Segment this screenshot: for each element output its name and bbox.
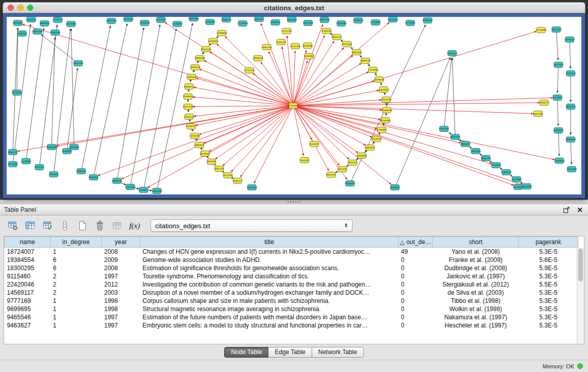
tab-network-table[interactable]: Network Table [312,347,364,358]
network-node[interactable]: 9468521 [49,171,58,177]
network-node[interactable]: 18035674 [112,178,123,184]
network-node[interactable]: 21846076 [208,38,219,44]
table-row[interactable]: 946554611997Estimation of the future num… [5,313,578,321]
network-node[interactable]: 9854036 [207,159,216,165]
network-node[interactable]: 14036584 [382,107,393,113]
minimize-window-button[interactable] [17,5,24,11]
network-node[interactable]: 21802369 [50,30,61,35]
table-row[interactable]: 1872400712008Changes of HCN gene express… [5,248,578,256]
network-node[interactable]: 12125439 [281,28,292,34]
network-node[interactable]: 17091347 [439,126,449,132]
network-node[interactable]: 18930219 [253,55,264,61]
network-node[interactable]: 18056734 [360,58,371,63]
table-row[interactable]: 946362711997Embryonic stem cells: a mode… [5,321,578,330]
network-node[interactable]: 17654328 [567,166,577,172]
network-node[interactable]: 19775364 [342,41,353,47]
network-node[interactable]: 13265408 [380,118,391,123]
network-edge[interactable] [130,25,160,187]
close-window-button[interactable] [8,5,14,11]
network-edge[interactable] [293,25,323,106]
network-node[interactable]: 9357214 [35,164,44,170]
network-node[interactable]: 18964205 [352,50,362,55]
network-node[interactable]: 14572104 [183,104,193,110]
network-node[interactable]: 19734561 [405,20,416,26]
network-node[interactable]: 9054782 [326,172,336,178]
network-node[interactable]: 18254064 [66,21,77,27]
column-header-short[interactable]: short [433,237,519,248]
network-node[interactable]: 18852470 [287,17,297,22]
network-node[interactable]: 21065839 [565,137,576,142]
network-node[interactable]: 13984527 [184,114,194,120]
network-node[interactable]: 23053958 [521,184,532,189]
network-node[interactable]: 10036985 [357,153,367,159]
network-node[interactable]: 18252419 [450,134,461,140]
create-table-icon[interactable] [75,218,90,233]
show-columns-icon[interactable] [23,218,38,233]
network-edge[interactable] [293,63,361,106]
network-node[interactable]: 16277447 [553,62,564,68]
column-header-name[interactable]: name [5,237,51,248]
network-node[interactable]: 20473865 [303,20,314,26]
network-edge[interactable] [94,24,127,177]
column-header-out_de[interactable]: △ out_de… [399,237,433,248]
network-edge[interactable] [293,31,536,105]
network-edge[interactable] [253,73,293,105]
network-node[interactable]: 21540683 [371,19,381,25]
network-node[interactable]: 20581247 [332,34,342,40]
network-canvas[interactable]: 1810302415826942169830751713527818254064… [7,17,581,194]
network-node[interactable]: 15624087 [379,87,389,93]
network-node[interactable]: 20960534 [422,17,433,23]
network-node[interactable]: 16640213 [270,19,281,25]
network-edge[interactable] [144,29,177,190]
network-edge[interactable] [293,106,339,166]
network-node[interactable]: 9062215 [8,149,17,155]
network-edge[interactable] [56,106,293,146]
network-edge[interactable] [293,72,368,105]
network-edge[interactable] [26,28,44,161]
network-node[interactable]: 19845302 [254,17,265,21]
network-edge[interactable] [293,51,295,106]
network-edge[interactable] [557,65,558,93]
table-row[interactable]: 977716911998Corpus callosum shape and si… [5,297,578,305]
network-window-titlebar[interactable]: citations_edges.txt [3,2,585,13]
network-node[interactable]: 20531782 [73,60,84,66]
network-edge[interactable] [395,58,450,188]
network-node[interactable]: 20643749 [201,47,211,52]
network-node[interactable]: 21110542 [491,162,502,168]
function-builder-icon[interactable]: f(x) [127,218,142,233]
table-options-icon[interactable] [5,218,20,233]
network-node[interactable]: 18778345 [564,37,575,42]
network-node[interactable]: 19860184 [194,55,205,61]
network-edge[interactable] [193,106,293,107]
network-node[interactable]: 15582103 [276,39,287,45]
network-node[interactable]: 16584217 [184,84,194,90]
network-node[interactable]: 15184057 [309,141,320,147]
network-node[interactable]: 18530246 [336,20,347,26]
table-row[interactable]: 1456911722003Disruption of a novel membe… [5,289,578,297]
network-node[interactable]: 20358624 [553,127,564,133]
network-node[interactable]: 16961435 [262,45,272,50]
network-node[interactable]: 12658342 [186,123,197,129]
network-node[interactable]: 16504378 [247,185,257,190]
network-node[interactable]: 15938277 [539,100,550,105]
network-node[interactable]: 16503867 [304,53,315,59]
table-selector-dropdown[interactable]: citations_edges.txt ▲▼ [150,220,353,232]
network-node[interactable]: 17445275 [565,71,576,76]
network-node[interactable]: 17940253 [139,20,150,26]
network-node[interactable]: 10236587 [200,151,210,157]
network-node[interactable]: 16126354 [290,43,301,49]
network-edge[interactable] [571,140,572,165]
network-node[interactable]: 9624103 [70,144,79,150]
table-row[interactable]: 1830029562008Estimation of significance … [5,264,578,272]
network-edge[interactable] [231,106,293,172]
delete-table-icon[interactable] [92,218,107,233]
table-row[interactable]: 911546021997Tourette syndrome. Phenomeno… [5,272,578,280]
network-node[interactable]: 17803457 [186,74,197,80]
table-row[interactable]: 1938455462009Genome-wide association stu… [5,256,578,264]
network-node[interactable]: 18103254 [345,181,356,186]
network-edge[interactable] [570,39,571,69]
network-edge[interactable] [165,23,293,105]
network-node[interactable]: 19013654 [106,18,117,24]
network-node[interactable]: 21802564 [501,169,512,175]
network-node[interactable]: 18660127 [221,17,232,22]
